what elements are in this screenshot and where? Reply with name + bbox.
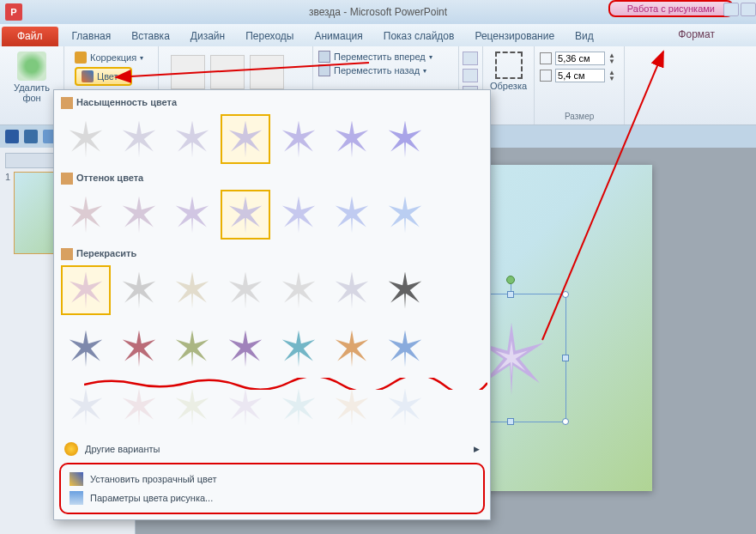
- tab-review[interactable]: Рецензирование: [464, 27, 565, 46]
- section-tone: Оттенок цвета: [54, 171, 490, 188]
- resize-handle[interactable]: [507, 291, 514, 298]
- resize-handle[interactable]: [507, 418, 514, 425]
- set-transparent-item[interactable]: Установить прозрачный цвет: [64, 470, 480, 488]
- recolor-row-2: [54, 322, 490, 380]
- color-swatch[interactable]: [61, 190, 111, 240]
- color-swatch[interactable]: [380, 265, 430, 315]
- group-crop: Обрезка: [483, 46, 535, 124]
- window-title: звезда - Microsoft PowerPoint: [309, 6, 447, 18]
- style-thumb[interactable]: [171, 55, 205, 89]
- color-swatch[interactable]: [327, 324, 377, 373]
- saturation-icon: [61, 97, 73, 109]
- color-swatch[interactable]: [274, 190, 324, 240]
- more-variants-label: Другие варианты: [85, 444, 160, 454]
- remove-bg-label: Удалить фон: [7, 82, 57, 103]
- color-swatch[interactable]: [61, 324, 111, 373]
- color-swatch[interactable]: [327, 190, 377, 240]
- size-group-label: Размер: [540, 110, 619, 121]
- color-swatch[interactable]: [221, 265, 270, 315]
- bring-forward-button[interactable]: Переместить вперед ▾: [318, 50, 453, 64]
- tab-home[interactable]: Главная: [62, 27, 122, 46]
- height-input[interactable]: [555, 52, 605, 65]
- color-swatch[interactable]: [221, 324, 270, 373]
- picture-tools-tab[interactable]: Работа с рисунками: [608, 0, 734, 17]
- color-swatch[interactable]: [61, 114, 111, 164]
- color-swatch[interactable]: [380, 114, 430, 164]
- tab-insert[interactable]: Вставка: [121, 27, 180, 46]
- height-icon: [540, 52, 552, 64]
- tab-slideshow[interactable]: Показ слайдов: [373, 27, 465, 46]
- color-swatch[interactable]: [167, 324, 217, 373]
- color-swatch[interactable]: [327, 265, 377, 315]
- qat-save-button[interactable]: [5, 130, 19, 143]
- color-swatch[interactable]: [114, 324, 164, 373]
- color-swatch[interactable]: [114, 382, 164, 432]
- send-backward-label: Переместить назад: [334, 65, 420, 76]
- recolor-row-1: [54, 264, 490, 322]
- tab-view[interactable]: Вид: [565, 27, 604, 46]
- color-swatch[interactable]: [61, 265, 111, 315]
- corrections-button[interactable]: Коррекция ▾: [71, 50, 151, 65]
- color-button[interactable]: Цвет ▾: [75, 67, 132, 86]
- resize-handle[interactable]: [562, 291, 569, 298]
- color-swatch[interactable]: [221, 382, 270, 432]
- color-swatch[interactable]: [221, 114, 270, 164]
- crop-button[interactable]: Обрезка: [490, 50, 527, 91]
- color-swatch[interactable]: [114, 114, 164, 164]
- style-thumb[interactable]: [210, 55, 245, 89]
- app-icon: P: [5, 3, 22, 21]
- color-swatch[interactable]: [167, 265, 217, 315]
- resize-handle[interactable]: [562, 418, 569, 425]
- width-spinner[interactable]: ▲▼: [608, 70, 619, 82]
- recolor-icon: [61, 248, 73, 260]
- color-swatch[interactable]: [114, 265, 164, 315]
- color-swatch[interactable]: [114, 190, 164, 240]
- bring-forward-label: Переместить вперед: [334, 52, 426, 62]
- height-spinner[interactable]: ▲▼: [608, 52, 619, 64]
- color-swatch[interactable]: [167, 382, 217, 432]
- color-label: Цвет: [97, 71, 118, 82]
- resize-handle[interactable]: [562, 355, 569, 361]
- color-swatch[interactable]: [380, 382, 430, 432]
- style-thumb[interactable]: [250, 55, 284, 89]
- gallery-bottom-group: Установить прозрачный цвет Параметры цве…: [59, 463, 485, 514]
- send-backward-button[interactable]: Переместить назад ▾: [318, 64, 453, 77]
- tab-file[interactable]: Файл: [2, 27, 58, 46]
- slide-number: 1: [5, 172, 10, 254]
- color-swatch[interactable]: [327, 114, 377, 164]
- more-variants-item[interactable]: Другие варианты ▶: [54, 439, 490, 459]
- recolor-row-3: [54, 380, 490, 439]
- color-swatch[interactable]: [274, 382, 324, 432]
- title-bar: P звезда - Microsoft PowerPoint Работа с…: [0, 0, 756, 24]
- color-swatch[interactable]: [167, 190, 217, 240]
- minimize-button[interactable]: [723, 3, 739, 16]
- palette-icon: [64, 442, 78, 456]
- group-button[interactable]: [463, 69, 478, 82]
- color-options-item[interactable]: Параметры цвета рисунка...: [64, 488, 480, 507]
- width-icon: [540, 70, 552, 82]
- color-swatch[interactable]: [221, 190, 270, 240]
- tab-transitions[interactable]: Переходы: [235, 27, 304, 46]
- color-swatch[interactable]: [167, 114, 217, 164]
- color-swatch[interactable]: [380, 324, 430, 373]
- tab-design[interactable]: Дизайн: [180, 27, 235, 46]
- color-swatch[interactable]: [274, 265, 324, 315]
- crop-icon: [495, 52, 523, 79]
- width-input[interactable]: [555, 69, 605, 82]
- color-swatch[interactable]: [327, 382, 377, 432]
- section-saturation: Насыщенность цвета: [54, 95, 490, 112]
- color-swatch[interactable]: [380, 190, 430, 240]
- close-button[interactable]: [741, 3, 756, 16]
- align-button[interactable]: [463, 52, 478, 65]
- tab-animations[interactable]: Анимация: [304, 27, 372, 46]
- qat-undo-button[interactable]: [24, 130, 38, 143]
- color-swatch[interactable]: [274, 114, 324, 164]
- ribbon-tabs: Файл Главная Вставка Дизайн Переходы Ани…: [0, 24, 756, 46]
- color-swatch[interactable]: [274, 324, 324, 373]
- tab-format[interactable]: Формат: [654, 24, 739, 45]
- color-swatch[interactable]: [61, 382, 111, 432]
- group-size: ▲▼ ▲▼ Размер: [535, 46, 625, 124]
- rotate-handle[interactable]: [506, 276, 515, 284]
- tone-icon: [61, 173, 73, 185]
- remove-background-button[interactable]: Удалить фон: [7, 50, 57, 103]
